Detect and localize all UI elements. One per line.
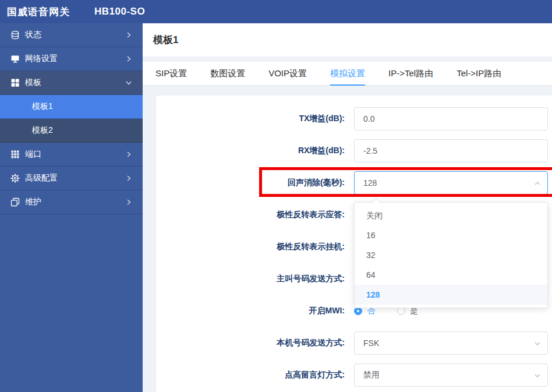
sidebar-subitem-template1[interactable]: 模板1	[0, 95, 143, 119]
form-row-local-number-send-mode: 本机号码发送方式: FSK	[156, 331, 552, 355]
rx-gain-input[interactable]	[354, 139, 548, 163]
dropdown-option-128[interactable]: 128	[355, 285, 547, 305]
tab-digitmap-settings[interactable]: 数图设置	[210, 62, 245, 85]
tx-gain-label: TX增益(dB):	[156, 114, 345, 124]
echo-cancel-value: 128	[363, 178, 377, 188]
local-number-send-mode-label: 本机号码发送方式:	[156, 338, 345, 348]
page-title-band: 模板1	[143, 23, 552, 56]
form-row-echo-cancel: 回声消除(毫秒): 128	[156, 171, 552, 195]
tab-bar: SIP设置 数图设置 VOIP设置 模拟设置 IP->Tel路由 Tel->IP…	[143, 62, 552, 86]
database-icon	[10, 30, 20, 40]
tab-sip-settings[interactable]: SIP设置	[155, 62, 187, 85]
app-root: { "header": { "brand": "国威语音网关", "model"…	[0, 0, 552, 392]
polarity-hangup-label: 极性反转表示挂机:	[156, 242, 345, 252]
local-number-send-mode-select[interactable]: FSK	[354, 331, 548, 355]
form-row-mwi-lamp-mode: 点高留言灯方式: 禁用	[156, 363, 552, 387]
sidebar-item-templates[interactable]: 模板	[0, 71, 143, 95]
sidebar-item-ports[interactable]: 端口	[0, 143, 143, 167]
callerid-send-mode-label: 主叫号码发送方式:	[156, 274, 345, 284]
dropdown-option-16[interactable]: 16	[355, 225, 547, 245]
tab-voip-settings[interactable]: VOIP设置	[268, 62, 307, 85]
gear-icon	[10, 174, 20, 183]
tab-ip-to-tel-route[interactable]: IP->Tel路由	[388, 62, 433, 85]
sidebar-item-label: 端口	[25, 149, 41, 160]
monitor-icon	[10, 54, 20, 63]
rx-gain-label: RX增益(dB):	[156, 146, 345, 156]
app-header: 国威语音网关 HB100-SO	[0, 0, 552, 23]
divider	[143, 86, 552, 95]
dropdown-option-off[interactable]: 关闭	[355, 206, 547, 225]
mwi-label: 开启MWI:	[156, 306, 345, 316]
chevron-down-icon	[533, 340, 542, 348]
radio-unchecked-icon	[397, 307, 405, 315]
radio-checked-icon	[354, 307, 362, 315]
chevron-right-icon	[124, 54, 133, 63]
tab-tel-to-ip-route[interactable]: Tel->IP路由	[457, 62, 501, 85]
grid-3x3-icon	[10, 150, 20, 159]
sidebar-item-label: 维护	[25, 197, 41, 207]
form-row-tx-gain: TX增益(dB):	[156, 107, 552, 130]
mwi-lamp-mode-label: 点高留言灯方式:	[156, 370, 345, 380]
chevron-right-icon	[124, 174, 133, 183]
echo-cancel-label: 回声消除(毫秒):	[156, 178, 345, 188]
sidebar-item-advanced-config[interactable]: 高级配置	[0, 167, 143, 190]
sidebar-item-label: 高级配置	[25, 173, 58, 183]
chevron-down-icon	[124, 78, 133, 87]
grid-2x2-icon	[10, 78, 20, 87]
sidebar-item-label: 状态	[25, 30, 41, 40]
dropdown-option-64[interactable]: 64	[355, 265, 547, 285]
form-row-rx-gain: RX增益(dB):	[156, 139, 552, 163]
sidebar-subitem-label: 模板1	[32, 101, 53, 112]
page-title: 模板1	[153, 33, 178, 47]
chevron-right-icon	[124, 150, 133, 159]
sidebar: 状态 网络设置 模板 模板1 模板2 端口	[0, 23, 143, 392]
sidebar-item-network-settings[interactable]: 网络设置	[0, 47, 143, 71]
chevron-down-icon	[533, 372, 542, 380]
sidebar-item-status[interactable]: 状态	[0, 23, 143, 47]
mwi-lamp-mode-select[interactable]: 禁用	[354, 363, 548, 387]
dropdown-option-32[interactable]: 32	[355, 245, 547, 265]
sidebar-item-maintenance[interactable]: 维护	[0, 190, 143, 214]
device-model: HB100-SO	[94, 6, 145, 17]
chevron-right-icon	[124, 197, 133, 207]
chevron-right-icon	[124, 30, 133, 40]
polarity-answer-label: 极性反转表示应答:	[156, 210, 345, 220]
echo-cancel-select[interactable]: 128	[354, 171, 548, 195]
sidebar-item-label: 模板	[25, 77, 41, 88]
sidebar-subitem-label: 模板2	[32, 125, 53, 136]
divider	[143, 56, 552, 62]
brand-title: 国威语音网关	[7, 5, 70, 19]
tx-gain-input[interactable]	[354, 107, 548, 130]
chevron-up-icon	[533, 179, 542, 188]
sidebar-subitem-template2[interactable]: 模板2	[0, 119, 143, 143]
copy-icon	[10, 197, 20, 207]
sidebar-item-label: 网络设置	[25, 54, 58, 64]
tab-analog-settings[interactable]: 模拟设置	[330, 62, 365, 85]
echo-cancel-dropdown: 关闭 16 32 64 128	[354, 202, 548, 308]
